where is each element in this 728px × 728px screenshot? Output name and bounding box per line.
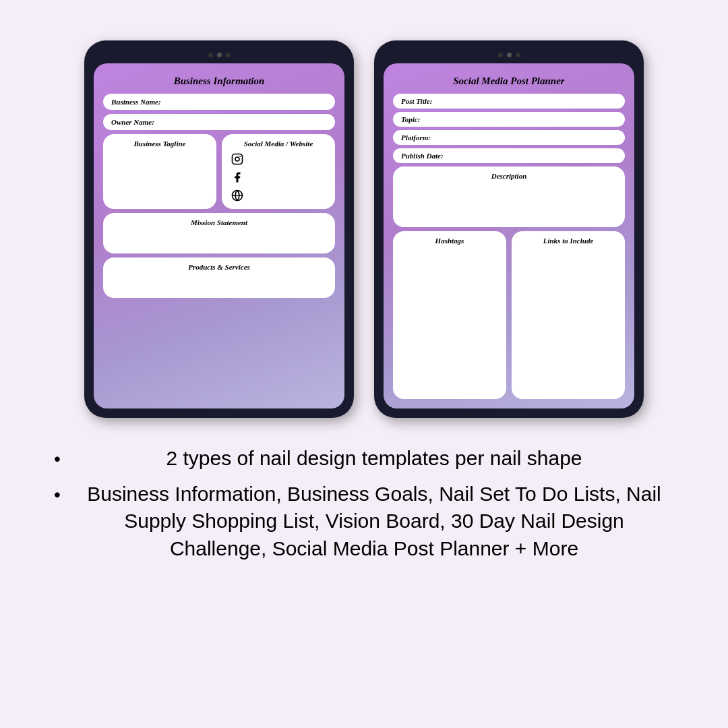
description-label: Description xyxy=(401,172,617,180)
hashtags-label: Hashtags xyxy=(400,237,499,245)
svg-point-2 xyxy=(239,156,241,157)
social-icons-list xyxy=(229,153,243,204)
facebook-icon xyxy=(231,171,243,185)
camera-dot-1 xyxy=(208,53,213,57)
right-screen: Social Media Post Planner Post Title: To… xyxy=(384,63,634,408)
left-screen-title: Business Information xyxy=(103,75,335,87)
tablets-row: Business Information Business Name: Owne… xyxy=(0,0,728,438)
business-name-field: Business Name: xyxy=(103,94,335,110)
topic-field: Topic: xyxy=(393,112,625,127)
mission-box: Mission Statement xyxy=(103,213,335,253)
tagline-label: Business Tagline xyxy=(110,140,210,148)
left-screen: Business Information Business Name: Owne… xyxy=(94,63,344,408)
publish-date-field: Publish Date: xyxy=(393,148,625,163)
bullet-dot-2: • xyxy=(54,482,74,508)
bullet-text-2: Business Information, Business Goals, Na… xyxy=(74,481,674,563)
bullet-item-1: • 2 types of nail design templates per n… xyxy=(54,445,674,473)
social-box: Social Media / Website xyxy=(222,134,335,209)
right-tablet: Social Media Post Planner Post Title: To… xyxy=(374,40,644,418)
svg-rect-0 xyxy=(233,154,243,164)
products-label: Products & Services xyxy=(111,263,327,271)
links-box: Links to Include xyxy=(512,231,625,399)
camera-dot-3 xyxy=(226,53,231,57)
links-label: Links to Include xyxy=(518,237,618,245)
bullet-dot-1: • xyxy=(54,446,74,472)
bullet-item-2: • Business Information, Business Goals, … xyxy=(54,481,674,563)
left-tablet: Business Information Business Name: Owne… xyxy=(84,40,354,418)
right-camera-dot-3 xyxy=(516,53,520,57)
camera-dot-2 xyxy=(217,53,222,57)
owner-name-field: Owner Name: xyxy=(103,114,335,130)
mission-label: Mission Statement xyxy=(111,218,327,226)
bullet-text-1: 2 types of nail design templates per nai… xyxy=(74,445,674,473)
globe-icon xyxy=(231,189,243,204)
right-camera-dot-2 xyxy=(507,53,512,57)
svg-point-1 xyxy=(235,157,239,161)
social-label: Social Media / Website xyxy=(229,140,328,148)
tagline-social-row: Business Tagline Social Media / Website xyxy=(103,134,335,209)
right-camera-bar xyxy=(384,50,634,59)
platform-field: Platform: xyxy=(393,130,625,145)
description-box: Description xyxy=(393,166,625,227)
left-camera-bar xyxy=(94,50,344,59)
right-screen-title: Social Media Post Planner xyxy=(393,75,625,87)
hashtags-box: Hashtags xyxy=(393,231,506,399)
tagline-box: Business Tagline xyxy=(103,134,216,209)
right-camera-dot-1 xyxy=(498,53,503,57)
hashtags-links-row: Hashtags Links to Include xyxy=(393,231,625,399)
post-title-field: Post Title: xyxy=(393,94,625,109)
bottom-text-section: • 2 types of nail design templates per n… xyxy=(0,438,728,584)
products-box: Products & Services xyxy=(103,257,335,298)
instagram-icon xyxy=(231,153,243,167)
